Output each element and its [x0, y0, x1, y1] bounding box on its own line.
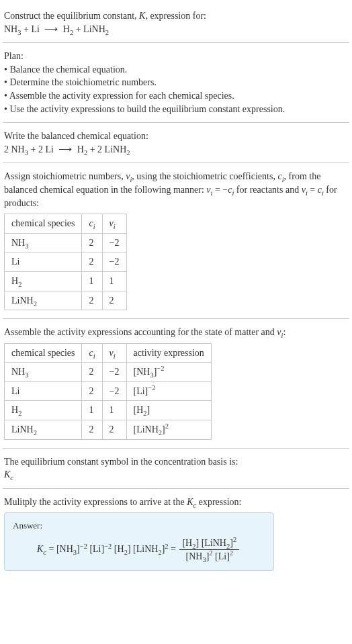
cell-species: Li: [5, 381, 82, 401]
cell-species: LiNH2: [5, 291, 82, 310]
cell-nui: 2: [102, 420, 126, 440]
cell-ci: 2: [82, 381, 102, 401]
divider: [3, 318, 349, 319]
answer-box: Answer: Kc = [NH3]−2 [Li]−2 [H2] [LiNH2]…: [4, 512, 274, 570]
table-row: H2 1 1 [H2]: [5, 401, 212, 420]
plan-item-1: Balance the chemical equation.: [4, 63, 348, 77]
cell-ci: 2: [82, 420, 102, 440]
prompt-text-1b: , expression for:: [145, 11, 206, 21]
cell-species: NH3: [5, 233, 82, 252]
table-row: NH3 2 −2: [5, 233, 127, 252]
cell-activity: [Li]−2: [126, 381, 211, 401]
multiply-heading: Mulitply the activity expressions to arr…: [4, 496, 348, 509]
symbol-line-1: The equilibrium constant symbol in the c…: [4, 455, 348, 469]
activity-section: Assemble the activity expressions accoun…: [3, 322, 349, 445]
plan-section: Plan: Balance the chemical equation. Det…: [3, 46, 349, 120]
cell-ci: 2: [82, 291, 102, 310]
prompt-section: Construct the equilibrium constant, K, e…: [3, 5, 349, 40]
unbalanced-equation: NH3 + Li ⟶ H2 + LiNH2: [4, 23, 348, 36]
symbol-Kc: Kc: [4, 468, 348, 481]
balanced-section: Write the balanced chemical equation: 2 …: [3, 126, 349, 160]
stoich-section: Assign stoichiometric numbers, νi, using…: [3, 166, 349, 316]
cell-activity: [NH3]−2: [126, 363, 211, 382]
divider: [3, 448, 349, 449]
cell-ci: 2: [82, 233, 102, 252]
cell-nui: 1: [102, 401, 126, 420]
species-h2: H2: [60, 24, 73, 34]
species-nh3: NH3: [4, 24, 21, 34]
col-ci: ci: [82, 214, 102, 234]
cell-nui: −2: [102, 381, 126, 401]
table-header-row: chemical species ci νi activity expressi…: [5, 343, 212, 363]
cell-nui: −2: [102, 233, 126, 252]
stoich-table: chemical species ci νi NH3 2 −2 Li 2 −2 …: [4, 214, 127, 310]
cell-species: LiNH2: [5, 420, 82, 440]
activity-table: chemical species ci νi activity expressi…: [4, 343, 212, 440]
divider: [3, 488, 349, 489]
col-species: chemical species: [5, 214, 82, 234]
divider: [3, 42, 349, 43]
table-row: Li 2 −2: [5, 252, 127, 272]
prompt-text-1: Construct the equilibrium constant,: [4, 11, 139, 21]
table-header-row: chemical species ci νi: [5, 214, 127, 234]
balanced-equation: 2 NH3 + 2 Li ⟶ H2 + 2 LiNH2: [4, 143, 348, 156]
plus-text: + LiNH: [73, 24, 105, 34]
col-ci: ci: [82, 343, 102, 363]
table-row: NH3 2 −2 [NH3]−2: [5, 363, 212, 382]
prompt-line-1: Construct the equilibrium constant, K, e…: [4, 9, 348, 23]
stoich-paragraph: Assign stoichiometric numbers, νi, using…: [4, 170, 348, 210]
table-row: H2 1 1: [5, 271, 127, 291]
cell-nui: −2: [102, 363, 126, 382]
col-species: chemical species: [5, 343, 82, 363]
cell-nui: 2: [102, 291, 126, 310]
plan-item-4: Use the activity expressions to build th…: [4, 103, 348, 116]
cell-ci: 2: [82, 363, 102, 382]
cell-ci: 1: [82, 401, 102, 420]
reaction-arrow-icon: ⟶: [58, 143, 72, 156]
reaction-arrow-icon: ⟶: [44, 23, 58, 36]
plan-heading: Plan:: [4, 50, 348, 63]
plan-item-2: Determine the stoichiometric numbers.: [4, 76, 348, 89]
divider: [3, 122, 349, 123]
fraction: [H2] [LiNH2]2[NH3]2 [Li]2: [179, 537, 239, 563]
cell-nui: −2: [102, 252, 126, 272]
multiply-section: Mulitply the activity expressions to arr…: [3, 492, 349, 575]
plan-list: Balance the chemical equation. Determine…: [4, 63, 348, 116]
plus-text: + Li: [21, 24, 42, 34]
cell-nui: 1: [102, 271, 126, 291]
cell-species: H2: [5, 401, 82, 420]
balanced-heading: Write the balanced chemical equation:: [4, 130, 348, 143]
col-nui: νi: [102, 343, 126, 363]
answer-equation: Kc = [NH3]−2 [Li]−2 [H2] [LiNH2]2 = [H2]…: [37, 537, 265, 563]
fraction-numerator: [H2] [LiNH2]2: [179, 537, 239, 551]
symbol-section: The equilibrium constant symbol in the c…: [3, 451, 349, 486]
table-row: Li 2 −2 [Li]−2: [5, 381, 212, 401]
cell-species: Li: [5, 252, 82, 272]
subscript: 2: [105, 28, 109, 36]
plan-item-3: Assemble the activity expression for eac…: [4, 89, 348, 103]
cell-ci: 2: [82, 252, 102, 272]
variable-K: K: [139, 11, 145, 21]
cell-activity: [H2]: [126, 401, 211, 420]
cell-species: H2: [5, 271, 82, 291]
answer-label: Answer:: [13, 520, 265, 532]
divider: [3, 163, 349, 163]
activity-heading: Assemble the activity expressions accoun…: [4, 326, 348, 339]
col-activity: activity expression: [126, 343, 211, 363]
cell-ci: 1: [82, 271, 102, 291]
table-row: LiNH2 2 2 [LiNH2]2: [5, 420, 212, 440]
table-row: LiNH2 2 2: [5, 291, 127, 310]
cell-species: NH3: [5, 363, 82, 382]
cell-activity: [LiNH2]2: [126, 420, 211, 440]
fraction-denominator: [NH3]2 [Li]2: [179, 550, 239, 563]
col-nui: νi: [102, 214, 126, 234]
